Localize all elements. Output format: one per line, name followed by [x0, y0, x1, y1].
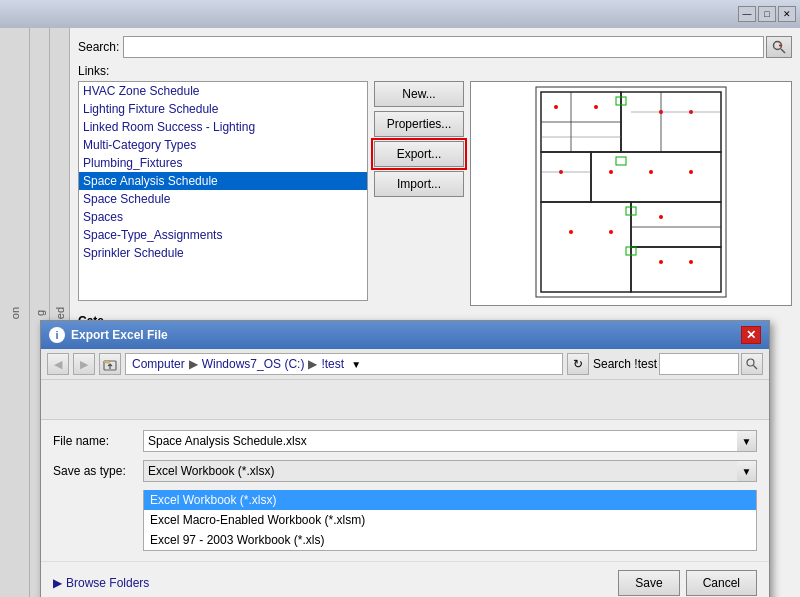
links-list-item[interactable]: HVAC Zone Schedule [79, 82, 367, 100]
saveastype-dropdown-list[interactable]: Excel Workbook (*.xlsx)Excel Macro-Enabl… [143, 490, 757, 551]
maximize-button[interactable]: □ [758, 6, 776, 22]
svg-point-23 [689, 170, 693, 174]
links-list-item[interactable]: Lighting Fixture Schedule [79, 100, 367, 118]
breadcrumb-folder: !test [321, 357, 344, 371]
filename-label: File name: [53, 434, 143, 448]
links-label: Links: [78, 64, 792, 78]
left-strip-label-3: ed [54, 306, 66, 318]
save-button[interactable]: Save [618, 570, 679, 596]
folder-up-icon [103, 357, 117, 371]
dropdown-option[interactable]: Excel Macro-Enabled Workbook (*.xlsm) [144, 510, 756, 530]
export-dialog: i Export Excel File ✕ ◀ ▶ Computer ▶ Win… [40, 320, 770, 597]
dialog-titlebar: i Export Excel File ✕ [41, 321, 769, 349]
filename-dropdown-button[interactable]: ▼ [737, 430, 757, 452]
minimize-button[interactable]: — [738, 6, 756, 22]
dialog-toolbar: ◀ ▶ Computer ▶ Windows7_OS (C:) ▶ !test … [41, 349, 769, 380]
browse-folders-link[interactable]: ▶ Browse Folders [53, 576, 149, 590]
left-strip-1: on [0, 28, 30, 597]
filename-input[interactable] [143, 430, 737, 452]
filename-row: File name: ▼ [53, 430, 757, 452]
cancel-button[interactable]: Cancel [686, 570, 757, 596]
dialog-title: Export Excel File [71, 328, 741, 342]
search-label: Search: [78, 40, 119, 54]
forward-button[interactable]: ▶ [73, 353, 95, 375]
saveastype-label: Save as type: [53, 464, 143, 478]
filename-input-group: ▼ [143, 430, 757, 452]
content-area: HVAC Zone ScheduleLighting Fixture Sched… [78, 81, 792, 306]
up-button[interactable] [99, 353, 121, 375]
browse-folders-label: Browse Folders [66, 576, 149, 590]
search-row: Search: [78, 36, 792, 58]
breadcrumb-bar[interactable]: Computer ▶ Windows7_OS (C:) ▶ !test ▼ [125, 353, 563, 375]
svg-line-1 [781, 49, 785, 53]
saveastype-input-group: ▼ [143, 460, 757, 482]
export-button[interactable]: Export... [374, 141, 464, 167]
dialog-file-area [41, 380, 769, 420]
svg-point-24 [569, 230, 573, 234]
import-button[interactable]: Import... [374, 171, 464, 197]
links-list-item[interactable]: Space Analysis Schedule [79, 172, 367, 190]
saveastype-input[interactable] [143, 460, 737, 482]
dialog-body: File name: ▼ Save as type: ▼ Excel Workb… [41, 420, 769, 561]
new-button[interactable]: New... [374, 81, 464, 107]
close-button[interactable]: ✕ [778, 6, 796, 22]
dialog-search-button[interactable] [741, 353, 763, 375]
svg-point-22 [649, 170, 653, 174]
footer-buttons: Save Cancel [618, 570, 757, 596]
svg-point-26 [659, 215, 663, 219]
back-button[interactable]: ◀ [47, 353, 69, 375]
breadcrumb-dropdown-button[interactable]: ▼ [348, 356, 364, 372]
links-list-item[interactable]: Sprinkler Schedule [79, 244, 367, 262]
svg-point-17 [594, 105, 598, 109]
left-strip-label-1: on [9, 306, 21, 318]
search-button[interactable] [766, 36, 792, 58]
search-input[interactable] [123, 36, 764, 58]
bg-titlebar: — □ ✕ [0, 0, 800, 28]
browse-folders-icon: ▶ [53, 576, 62, 590]
properties-button[interactable]: Properties... [374, 111, 464, 137]
svg-point-21 [609, 170, 613, 174]
saveastype-row: Save as type: ▼ [53, 460, 757, 482]
breadcrumb-drive: Windows7_OS (C:) [202, 357, 305, 371]
left-strip-label-2: g [34, 309, 46, 315]
blueprint-area [470, 81, 792, 306]
svg-line-38 [754, 366, 758, 370]
dialog-info-icon: i [49, 327, 65, 343]
refresh-button[interactable]: ↻ [567, 353, 589, 375]
links-list-item[interactable]: Space Schedule [79, 190, 367, 208]
search-icon [772, 40, 786, 54]
blueprint-svg [471, 82, 791, 302]
svg-point-28 [689, 260, 693, 264]
breadcrumb-computer: Computer [132, 357, 185, 371]
svg-point-25 [609, 230, 613, 234]
dialog-search-label: Search !test [593, 357, 657, 371]
links-list[interactable]: HVAC Zone ScheduleLighting Fixture Sched… [78, 81, 368, 301]
button-column: New... Properties... Export... Import... [374, 81, 464, 306]
dropdown-option[interactable]: Excel Workbook (*.xlsx) [144, 490, 756, 510]
links-list-item[interactable]: Plumbing_Fixtures [79, 154, 367, 172]
saveastype-dropdown-button[interactable]: ▼ [737, 460, 757, 482]
svg-point-16 [554, 105, 558, 109]
dialog-close-button[interactable]: ✕ [741, 326, 761, 344]
svg-point-37 [747, 359, 754, 366]
links-list-item[interactable]: Space-Type_Assignments [79, 226, 367, 244]
dialog-search-icon [746, 358, 758, 370]
dialog-search-area: Search !test [593, 353, 763, 375]
links-list-item[interactable]: Multi-Category Types [79, 136, 367, 154]
svg-point-27 [659, 260, 663, 264]
links-list-item[interactable]: Linked Room Success - Lighting [79, 118, 367, 136]
dropdown-option[interactable]: Excel 97 - 2003 Workbook (*.xls) [144, 530, 756, 550]
dialog-footer: ▶ Browse Folders Save Cancel [41, 561, 769, 597]
dialog-search-input[interactable] [659, 353, 739, 375]
links-list-item[interactable]: Spaces [79, 208, 367, 226]
